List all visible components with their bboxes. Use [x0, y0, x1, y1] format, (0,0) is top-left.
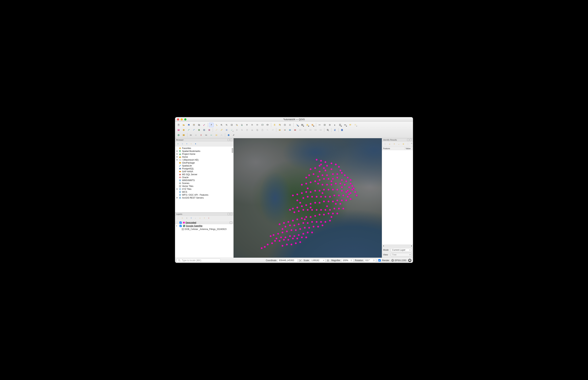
geocoded-point[interactable]	[341, 186, 343, 188]
geocoded-point[interactable]	[314, 180, 316, 182]
save-project[interactable]	[187, 123, 191, 127]
layer-visibility-checkbox[interactable]	[180, 222, 182, 224]
geocoded-point[interactable]	[314, 167, 316, 169]
label-dim-1[interactable]	[298, 128, 303, 132]
geocoded-point[interactable]	[298, 234, 300, 236]
geocoded-point[interactable]	[334, 194, 335, 196]
browser-undock-button[interactable]	[228, 139, 230, 141]
geocoded-point[interactable]	[307, 222, 309, 224]
geocoded-point[interactable]	[326, 184, 328, 186]
layer-row[interactable]: Geocoded	[175, 221, 233, 224]
geocoded-point[interactable]	[329, 196, 331, 198]
identify-features[interactable]: i	[295, 123, 299, 127]
expand-icon[interactable]: ▶	[177, 156, 178, 158]
geocoded-point[interactable]	[267, 244, 269, 246]
open-attr-table[interactable]	[300, 123, 305, 127]
show-bookmarks[interactable]	[277, 123, 282, 127]
geocoded-point[interactable]	[350, 183, 352, 185]
geocoded-point[interactable]	[336, 173, 338, 175]
geocoded-point[interactable]	[311, 231, 313, 233]
geocoded-point[interactable]	[348, 193, 350, 195]
geocoded-point[interactable]	[279, 223, 280, 225]
geocoded-point[interactable]	[310, 191, 312, 193]
geocoded-point[interactable]	[301, 236, 303, 238]
label-toolbar-4[interactable]: abc	[293, 128, 297, 132]
geocoded-point[interactable]	[323, 167, 325, 169]
geocoded-point[interactable]	[336, 213, 338, 214]
expand-icon[interactable]: ▶	[177, 150, 178, 152]
geocoded-point[interactable]	[311, 221, 313, 223]
identify-tree-icon[interactable]	[383, 142, 387, 146]
label-toolbar-3[interactable]: abc	[288, 128, 292, 132]
identify-expand-new-icon[interactable]	[397, 142, 401, 146]
magnifier-field[interactable]: 100% ▲ ▼	[341, 259, 353, 262]
geocoded-point[interactable]	[335, 164, 337, 165]
geocoded-point[interactable]	[332, 201, 334, 202]
browser-collapse-icon[interactable]	[189, 142, 193, 146]
expand-icon[interactable]	[177, 147, 178, 149]
browser-item[interactable]: WCS	[175, 190, 233, 193]
geocoded-point[interactable]	[279, 240, 280, 242]
geocoded-point[interactable]	[347, 196, 349, 198]
messages-log-icon[interactable]	[408, 259, 411, 262]
geocoded-point[interactable]	[341, 199, 343, 201]
geocoded-point[interactable]	[324, 221, 326, 223]
geocoded-point[interactable]	[324, 196, 326, 198]
layer-row[interactable]: ▾Google Satellite	[175, 224, 233, 228]
geocoded-point[interactable]	[320, 164, 322, 165]
browser-item[interactable]: Favorites	[175, 147, 233, 150]
browser-close-button[interactable]	[230, 139, 232, 141]
zoom-last[interactable]	[250, 123, 254, 127]
geocoded-point[interactable]	[322, 184, 323, 186]
locator-input[interactable]: Type to locate (⌘K)	[177, 259, 220, 262]
layers-list[interactable]: Geocoded▾Google SatelliteDOB_Cellular _A…	[175, 221, 233, 258]
geocoded-point[interactable]	[339, 203, 341, 205]
new-3d-view[interactable]	[265, 123, 270, 127]
geocoded-point[interactable]	[323, 214, 325, 215]
expand-icon[interactable]	[177, 179, 178, 181]
geocoded-point[interactable]	[324, 170, 326, 171]
geocoded-point[interactable]	[304, 218, 306, 220]
geocoded-point[interactable]	[305, 191, 307, 193]
geocoded-point[interactable]	[338, 208, 340, 209]
quickosm[interactable]	[176, 133, 181, 137]
geocoded-point[interactable]	[323, 189, 325, 190]
browser-item[interactable]: ▶ArcGIS REST Servers	[175, 196, 233, 199]
geocoded-point[interactable]	[301, 217, 303, 219]
geocoded-point[interactable]	[356, 194, 357, 196]
stepper-down-icon[interactable]: ▼	[351, 260, 352, 262]
identify-close-button[interactable]	[410, 139, 412, 141]
geocoded-point[interactable]	[354, 191, 356, 193]
browser-properties-icon[interactable]: i	[194, 142, 197, 146]
geocoded-point[interactable]	[335, 183, 337, 185]
geocoded-point[interactable]	[282, 231, 283, 233]
move-label[interactable]	[189, 133, 193, 137]
geocoded-point[interactable]	[322, 192, 323, 194]
layers-remove-icon[interactable]	[207, 216, 210, 220]
plugin-wrench[interactable]	[231, 133, 236, 137]
geocoded-point[interactable]	[329, 220, 331, 222]
geocoded-point[interactable]	[305, 236, 307, 238]
geocoded-point[interactable]	[296, 207, 298, 209]
geocoded-point[interactable]	[296, 193, 298, 195]
stepper-down-icon[interactable]: ▼	[373, 260, 375, 262]
expand-icon[interactable]	[177, 176, 178, 178]
geocoded-point[interactable]	[331, 168, 332, 170]
layers-add-group-icon[interactable]	[181, 216, 184, 220]
identify-collapse-icon[interactable]	[392, 142, 396, 146]
geocoded-point[interactable]	[283, 222, 285, 224]
attributes-toolbar[interactable]	[338, 123, 342, 127]
geocoded-point[interactable]	[304, 227, 306, 229]
geocoded-point[interactable]	[274, 240, 276, 242]
geocoded-point[interactable]	[326, 174, 328, 176]
geocoded-point[interactable]	[299, 202, 301, 204]
layers-visibility-icon[interactable]	[185, 216, 189, 220]
layers-filter-icon[interactable]	[189, 216, 193, 220]
identify-overflow-icon[interactable]: »	[411, 142, 412, 146]
browser-item[interactable]: Oracle	[175, 176, 233, 179]
geocoded-point[interactable]	[294, 225, 295, 226]
new-print-layout[interactable]	[191, 123, 196, 127]
expand-icon[interactable]	[177, 171, 178, 172]
geocoded-point[interactable]	[322, 225, 323, 226]
new-bookmark[interactable]	[272, 123, 277, 127]
